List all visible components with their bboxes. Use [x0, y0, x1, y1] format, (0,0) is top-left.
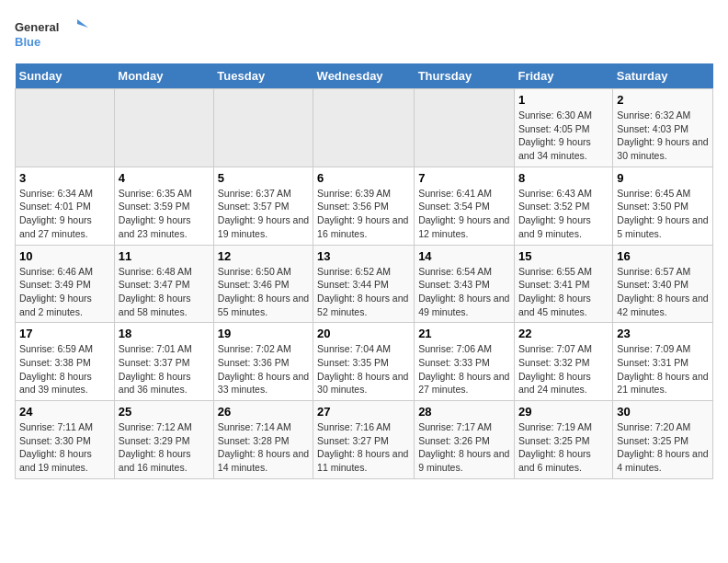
calendar-cell: 16Sunrise: 6:57 AM Sunset: 3:40 PM Dayli…: [613, 245, 713, 323]
day-number: 10: [19, 249, 110, 263]
calendar-cell: 24Sunrise: 7:11 AM Sunset: 3:30 PM Dayli…: [16, 401, 115, 479]
svg-marker-2: [77, 19, 88, 28]
day-info: Sunrise: 6:41 AM Sunset: 3:54 PM Dayligh…: [418, 187, 510, 241]
day-info: Sunrise: 7:04 AM Sunset: 3:35 PM Dayligh…: [317, 342, 410, 396]
header-wednesday: Wednesday: [313, 63, 415, 89]
header-saturday: Saturday: [613, 63, 713, 89]
calendar-cell: 1Sunrise: 6:30 AM Sunset: 4:05 PM Daylig…: [514, 89, 612, 167]
calendar-cell: 17Sunrise: 6:59 AM Sunset: 3:38 PM Dayli…: [16, 323, 115, 401]
day-number: 16: [617, 249, 709, 263]
calendar-cell: 18Sunrise: 7:01 AM Sunset: 3:37 PM Dayli…: [114, 323, 213, 401]
calendar-cell: 25Sunrise: 7:12 AM Sunset: 3:29 PM Dayli…: [114, 401, 213, 479]
day-info: Sunrise: 6:32 AM Sunset: 4:03 PM Dayligh…: [617, 109, 709, 163]
calendar-cell: 21Sunrise: 7:06 AM Sunset: 3:33 PM Dayli…: [415, 323, 515, 401]
calendar-cell: 11Sunrise: 6:48 AM Sunset: 3:47 PM Dayli…: [114, 245, 213, 323]
day-number: 24: [19, 405, 110, 419]
calendar-week-row: 1Sunrise: 6:30 AM Sunset: 4:05 PM Daylig…: [16, 89, 713, 167]
day-info: Sunrise: 6:50 AM Sunset: 3:46 PM Dayligh…: [218, 265, 309, 319]
day-info: Sunrise: 6:35 AM Sunset: 3:59 PM Dayligh…: [119, 187, 210, 241]
calendar-cell: 29Sunrise: 7:19 AM Sunset: 3:25 PM Dayli…: [514, 401, 612, 479]
header: General Blue: [15, 15, 713, 56]
calendar-cell: 28Sunrise: 7:17 AM Sunset: 3:26 PM Dayli…: [415, 401, 515, 479]
day-info: Sunrise: 6:34 AM Sunset: 4:01 PM Dayligh…: [19, 187, 110, 241]
calendar-header-row: SundayMondayTuesdayWednesdayThursdayFrid…: [16, 63, 713, 89]
calendar-cell: [16, 89, 115, 167]
day-number: 6: [317, 171, 410, 185]
calendar-table: SundayMondayTuesdayWednesdayThursdayFrid…: [15, 63, 713, 479]
calendar-cell: 13Sunrise: 6:52 AM Sunset: 3:44 PM Dayli…: [313, 245, 415, 323]
day-info: Sunrise: 6:45 AM Sunset: 3:50 PM Dayligh…: [617, 187, 709, 241]
day-info: Sunrise: 7:12 AM Sunset: 3:29 PM Dayligh…: [119, 420, 210, 475]
day-info: Sunrise: 6:52 AM Sunset: 3:44 PM Dayligh…: [317, 265, 410, 319]
calendar-cell: [213, 89, 313, 167]
day-number: 22: [518, 327, 609, 340]
day-info: Sunrise: 7:14 AM Sunset: 3:28 PM Dayligh…: [218, 420, 309, 475]
svg-text:Blue: Blue: [15, 35, 40, 49]
calendar-cell: 19Sunrise: 7:02 AM Sunset: 3:36 PM Dayli…: [213, 323, 313, 401]
day-info: Sunrise: 6:54 AM Sunset: 3:43 PM Dayligh…: [418, 265, 510, 319]
calendar-cell: [114, 89, 213, 167]
logo-svg: General Blue: [15, 15, 88, 56]
calendar-cell: 2Sunrise: 6:32 AM Sunset: 4:03 PM Daylig…: [613, 89, 713, 167]
day-number: 28: [418, 405, 510, 419]
day-number: 17: [19, 327, 110, 340]
day-number: 27: [317, 405, 410, 419]
calendar-week-row: 10Sunrise: 6:46 AM Sunset: 3:49 PM Dayli…: [16, 245, 713, 323]
day-number: 4: [119, 171, 210, 185]
day-number: 13: [317, 249, 410, 263]
day-info: Sunrise: 6:59 AM Sunset: 3:38 PM Dayligh…: [19, 342, 110, 396]
day-info: Sunrise: 7:07 AM Sunset: 3:32 PM Dayligh…: [518, 342, 609, 396]
day-number: 30: [617, 405, 709, 419]
calendar-cell: 12Sunrise: 6:50 AM Sunset: 3:46 PM Dayli…: [213, 245, 313, 323]
day-number: 15: [518, 249, 609, 263]
header-sunday: Sunday: [16, 63, 115, 89]
day-info: Sunrise: 7:01 AM Sunset: 3:37 PM Dayligh…: [119, 342, 210, 396]
header-friday: Friday: [514, 63, 612, 89]
day-number: 19: [218, 327, 309, 340]
calendar-cell: 20Sunrise: 7:04 AM Sunset: 3:35 PM Dayli…: [313, 323, 415, 401]
day-number: 23: [617, 327, 709, 340]
header-tuesday: Tuesday: [213, 63, 313, 89]
day-number: 5: [218, 171, 309, 185]
calendar-cell: 27Sunrise: 7:16 AM Sunset: 3:27 PM Dayli…: [313, 401, 415, 479]
day-number: 3: [19, 171, 110, 185]
logo: General Blue: [15, 15, 88, 56]
day-number: 12: [218, 249, 309, 263]
day-number: 25: [119, 405, 210, 419]
calendar-cell: 30Sunrise: 7:20 AM Sunset: 3:25 PM Dayli…: [613, 401, 713, 479]
day-info: Sunrise: 6:37 AM Sunset: 3:57 PM Dayligh…: [218, 187, 309, 241]
day-info: Sunrise: 6:57 AM Sunset: 3:40 PM Dayligh…: [617, 265, 709, 319]
header-monday: Monday: [114, 63, 213, 89]
calendar-cell: [313, 89, 415, 167]
calendar-cell: 7Sunrise: 6:41 AM Sunset: 3:54 PM Daylig…: [415, 167, 515, 245]
day-info: Sunrise: 7:11 AM Sunset: 3:30 PM Dayligh…: [19, 420, 110, 475]
day-info: Sunrise: 7:09 AM Sunset: 3:31 PM Dayligh…: [617, 342, 709, 396]
day-number: 11: [119, 249, 210, 263]
calendar-cell: 5Sunrise: 6:37 AM Sunset: 3:57 PM Daylig…: [213, 167, 313, 245]
calendar-cell: 9Sunrise: 6:45 AM Sunset: 3:50 PM Daylig…: [613, 167, 713, 245]
day-number: 20: [317, 327, 410, 340]
day-info: Sunrise: 7:06 AM Sunset: 3:33 PM Dayligh…: [418, 342, 510, 396]
calendar-week-row: 17Sunrise: 6:59 AM Sunset: 3:38 PM Dayli…: [16, 323, 713, 401]
day-info: Sunrise: 6:39 AM Sunset: 3:56 PM Dayligh…: [317, 187, 410, 241]
day-number: 21: [418, 327, 510, 340]
day-info: Sunrise: 7:02 AM Sunset: 3:36 PM Dayligh…: [218, 342, 309, 396]
day-info: Sunrise: 6:46 AM Sunset: 3:49 PM Dayligh…: [19, 265, 110, 319]
day-info: Sunrise: 6:30 AM Sunset: 4:05 PM Dayligh…: [518, 109, 609, 163]
header-thursday: Thursday: [415, 63, 515, 89]
calendar-cell: 15Sunrise: 6:55 AM Sunset: 3:41 PM Dayli…: [514, 245, 612, 323]
day-info: Sunrise: 7:16 AM Sunset: 3:27 PM Dayligh…: [317, 420, 410, 475]
calendar-cell: 14Sunrise: 6:54 AM Sunset: 3:43 PM Dayli…: [415, 245, 515, 323]
calendar-cell: 23Sunrise: 7:09 AM Sunset: 3:31 PM Dayli…: [613, 323, 713, 401]
day-info: Sunrise: 7:19 AM Sunset: 3:25 PM Dayligh…: [518, 420, 609, 475]
day-number: 18: [119, 327, 210, 340]
day-info: Sunrise: 7:17 AM Sunset: 3:26 PM Dayligh…: [418, 420, 510, 475]
day-number: 7: [418, 171, 510, 185]
calendar-cell: 4Sunrise: 6:35 AM Sunset: 3:59 PM Daylig…: [114, 167, 213, 245]
svg-text:General: General: [15, 20, 59, 34]
day-info: Sunrise: 6:48 AM Sunset: 3:47 PM Dayligh…: [119, 265, 210, 319]
day-info: Sunrise: 6:43 AM Sunset: 3:52 PM Dayligh…: [518, 187, 609, 241]
day-number: 14: [418, 249, 510, 263]
calendar-cell: [415, 89, 515, 167]
calendar-cell: 22Sunrise: 7:07 AM Sunset: 3:32 PM Dayli…: [514, 323, 612, 401]
